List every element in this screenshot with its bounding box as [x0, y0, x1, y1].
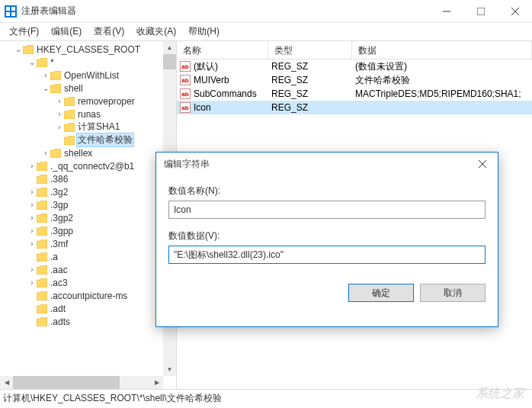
tree-item[interactable]: ›计算SHA1: [0, 120, 176, 133]
tree-label: runas: [76, 109, 102, 120]
ok-button[interactable]: 确定: [348, 284, 414, 302]
tree-item[interactable]: ›runas: [0, 108, 176, 120]
tree-label: OpenWithList: [62, 70, 120, 81]
value-type: REG_SZ: [268, 87, 352, 101]
list-row-selected[interactable]: abIcon REG_SZ: [177, 101, 532, 114]
expand-icon[interactable]: ›: [55, 97, 64, 105]
collapse-icon[interactable]: ⌄: [27, 58, 37, 66]
value-data: 文件哈希校验: [352, 72, 532, 88]
tree-scrollbar-horizontal[interactable]: ◀ ▶: [0, 376, 163, 389]
menu-view[interactable]: 查看(V): [88, 23, 130, 40]
tree-item[interactable]: ›.3mf: [0, 237, 176, 250]
scroll-left-icon[interactable]: ◀: [0, 376, 13, 389]
cancel-button[interactable]: 取消: [420, 284, 486, 302]
expand-icon[interactable]: ›: [41, 71, 50, 79]
column-header-name[interactable]: 名称: [177, 41, 268, 59]
list-row[interactable]: abMUIVerb REG_SZ 文件哈希校验: [177, 73, 532, 87]
dialog-close-button[interactable]: [467, 153, 498, 175]
tree-item[interactable]: ›shellex: [0, 146, 176, 159]
expand-icon[interactable]: ›: [55, 123, 64, 131]
menu-favorites[interactable]: 收藏夹(A): [130, 23, 182, 40]
folder-icon: [50, 71, 61, 80]
maximize-button[interactable]: [463, 0, 498, 22]
tree-item[interactable]: ⌄*: [0, 56, 176, 69]
column-header-data[interactable]: 数据: [352, 41, 532, 59]
tree-label: *: [49, 57, 56, 68]
tree-label: .3gp: [49, 200, 69, 210]
close-button[interactable]: [498, 0, 532, 22]
string-value-icon: ab: [180, 88, 191, 99]
folder-icon: [50, 84, 61, 93]
expand-icon[interactable]: ›: [27, 265, 37, 274]
folder-icon: [37, 252, 47, 262]
tree-item[interactable]: ›.3g2: [0, 185, 176, 198]
titlebar: 注册表编辑器: [0, 0, 532, 23]
expand-icon[interactable]: ›: [27, 278, 37, 287]
menu-file[interactable]: 文件(F): [3, 23, 45, 40]
expand-icon[interactable]: ›: [27, 201, 37, 209]
tree-label: .3gpp: [49, 226, 75, 236]
window-title: 注册表编辑器: [21, 5, 429, 18]
value-data: MACTripleDES;MD5;RIPEMD160;SHA1;: [352, 87, 532, 101]
column-header-type[interactable]: 类型: [268, 41, 352, 59]
expand-icon[interactable]: ›: [27, 239, 37, 248]
tree-label: .adts: [49, 316, 72, 327]
value-data-input[interactable]: [168, 246, 486, 264]
scroll-right-icon[interactable]: ▶: [150, 376, 163, 389]
tree-item[interactable]: .a: [0, 250, 176, 263]
folder-icon: [37, 162, 47, 171]
value-type: REG_SZ: [268, 101, 352, 114]
expand-icon[interactable]: ›: [55, 110, 64, 118]
tree-item[interactable]: .adts: [0, 315, 176, 328]
scroll-thumb[interactable]: [13, 376, 120, 389]
tree-item[interactable]: .adt: [0, 302, 176, 315]
menu-edit[interactable]: 编辑(E): [45, 23, 88, 40]
tree-item[interactable]: ›OpenWithList: [0, 69, 176, 82]
tree-item[interactable]: .386: [0, 172, 176, 185]
tree-item[interactable]: ›.3gp: [0, 198, 176, 211]
svg-rect-2: [6, 12, 10, 16]
expand-icon[interactable]: ›: [27, 162, 37, 170]
tree-panel: ⌄HKEY_CLASSES_ROOT ⌄* ›OpenWithList ⌄she…: [0, 41, 177, 389]
dialog-titlebar: 编辑字符串: [156, 153, 498, 175]
expand-icon[interactable]: ›: [27, 188, 37, 196]
value-name-label: 数值名称(N):: [168, 185, 486, 198]
tree-label: shellex: [62, 148, 94, 159]
tree-item[interactable]: ⌄shell: [0, 82, 176, 95]
expand-icon[interactable]: ›: [27, 214, 37, 222]
scroll-down-icon[interactable]: ▼: [163, 363, 176, 376]
tree-item[interactable]: ›.ac3: [0, 276, 176, 289]
folder-icon: [37, 226, 47, 236]
tree-item[interactable]: .accountpicture-ms: [0, 289, 176, 302]
tree-label: .adt: [49, 304, 67, 314]
tree-label: .386: [49, 174, 69, 185]
expand-icon[interactable]: ›: [27, 226, 37, 235]
collapse-icon[interactable]: ⌄: [14, 45, 23, 53]
folder-icon: [23, 45, 34, 54]
scroll-up-icon[interactable]: ▲: [163, 41, 176, 54]
tree-item[interactable]: ›._qq_connectv2@b1: [0, 159, 176, 172]
menu-help[interactable]: 帮助(H): [182, 23, 226, 40]
list-row[interactable]: ab(默认) REG_SZ (数值未设置): [177, 59, 532, 73]
tree-label: .aac: [49, 265, 69, 275]
folder-icon: [37, 58, 47, 67]
folder-icon: [37, 317, 47, 326]
value-name: MUIVerb: [194, 75, 229, 85]
tree-label: .3g2: [49, 187, 69, 198]
scroll-thumb[interactable]: [163, 54, 176, 69]
tree-item[interactable]: ›.3gpp: [0, 224, 176, 237]
value-name-input[interactable]: [168, 201, 486, 219]
collapse-icon[interactable]: ⌄: [41, 84, 50, 92]
minimize-button[interactable]: [429, 0, 463, 22]
tree-item[interactable]: ›removeproper: [0, 95, 176, 108]
svg-rect-5: [477, 8, 485, 15]
expand-icon[interactable]: ›: [41, 149, 50, 157]
tree-label: removeproper: [76, 96, 136, 107]
tree-item[interactable]: ›.3gp2: [0, 211, 176, 224]
tree-item[interactable]: ›.aac: [0, 263, 176, 276]
value-name: (默认): [194, 60, 218, 73]
tree-item-selected[interactable]: 文件哈希校验: [0, 133, 176, 146]
list-row[interactable]: abSubCommands REG_SZ MACTripleDES;MD5;RI…: [177, 87, 532, 101]
tree-label: 文件哈希校验: [76, 133, 134, 147]
tree-item[interactable]: ⌄HKEY_CLASSES_ROOT: [0, 43, 176, 56]
